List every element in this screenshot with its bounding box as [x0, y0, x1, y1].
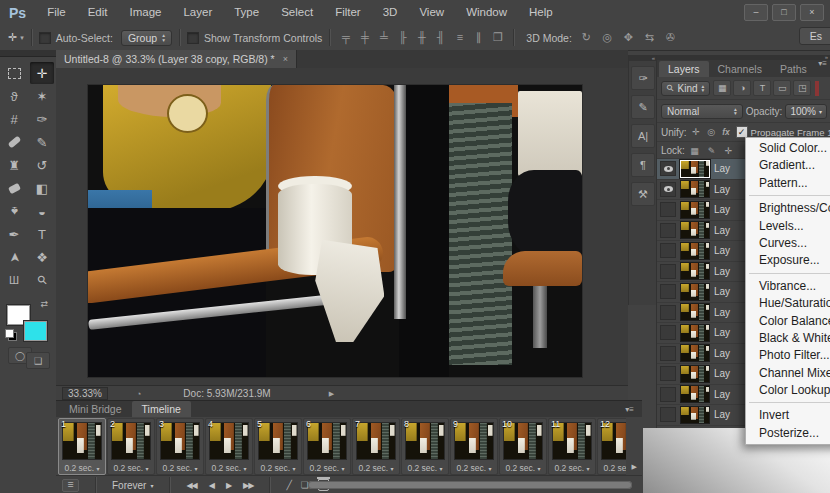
frame-delay-dropdown[interactable]: 0.2 sec. ▾: [206, 463, 252, 473]
context-menu-item[interactable]: Color Lookup...: [746, 382, 830, 399]
frames-scroll-right-icon[interactable]: ▶: [632, 463, 637, 471]
spot-healing-brush-tool[interactable]: [2, 131, 26, 153]
frame-delay-dropdown[interactable]: 0.2 sec. ▾: [59, 463, 105, 473]
paragraph-panel-icon[interactable]: ¶: [631, 153, 655, 177]
timeline-panel-menu-icon[interactable]: ▾≡: [625, 405, 634, 414]
visibility-toggle[interactable]: [660, 182, 676, 197]
tab-channels[interactable]: Channels: [709, 61, 771, 77]
context-menu-item[interactable]: Pattern...: [746, 175, 830, 192]
3d-slide-icon[interactable]: ⇆: [641, 31, 658, 44]
path-selection-tool[interactable]: ➤: [2, 246, 26, 268]
context-menu-item[interactable]: Curves...: [746, 235, 830, 252]
frame-delay-dropdown[interactable]: 0.2 sec. ▾: [402, 463, 448, 473]
frame-delay-dropdown[interactable]: 0.2 sec. ▾: [500, 463, 546, 473]
animation-frame[interactable]: 10 0.2 sec. ▾: [499, 418, 547, 475]
next-frame-button[interactable]: ▶▶: [243, 481, 253, 490]
gradient-tool[interactable]: ◧: [30, 177, 54, 199]
status-menu-arrow-icon[interactable]: ▶: [329, 390, 334, 398]
zoom-level-field[interactable]: 33.33%: [62, 387, 108, 400]
tools-panel-grip[interactable]: [0, 50, 56, 57]
tab-mini-bridge[interactable]: Mini Bridge: [59, 401, 132, 417]
frame-delay-dropdown[interactable]: 0.2 sec. ▾: [598, 463, 626, 473]
lock-transparency-icon[interactable]: ▦: [688, 146, 701, 156]
convert-to-video-timeline-button[interactable]: ☰: [62, 479, 79, 492]
hand-tool[interactable]: Ш: [2, 269, 26, 291]
menu-item-filter[interactable]: Filter: [324, 0, 372, 25]
menu-item-type[interactable]: Type: [223, 0, 270, 25]
distribute-vertical-icon[interactable]: ≡: [451, 31, 468, 44]
animation-frame[interactable]: 11 0.2 sec. ▾: [548, 418, 596, 475]
menu-item-select[interactable]: Select: [270, 0, 324, 25]
frame-delay-dropdown[interactable]: 0.2 sec. ▾: [451, 463, 497, 473]
close-tab-icon[interactable]: ×: [283, 54, 288, 64]
align-bottom-edges-icon[interactable]: ╧: [375, 31, 392, 44]
opacity-dropdown[interactable]: 100% ▾: [785, 104, 827, 119]
menu-item-edit[interactable]: Edit: [77, 0, 119, 25]
filtering-toggle[interactable]: [815, 81, 819, 96]
tween-button[interactable]: ╱: [286, 480, 291, 490]
frame-delay-dropdown[interactable]: 0.2 sec. ▾: [304, 463, 350, 473]
move-tool[interactable]: ✛: [30, 62, 54, 84]
minimize-button[interactable]: –: [744, 4, 768, 21]
close-button[interactable]: ×: [800, 4, 824, 21]
visibility-toggle[interactable]: [660, 325, 676, 340]
visibility-toggle[interactable]: [660, 202, 676, 217]
menu-item-file[interactable]: File: [36, 0, 77, 25]
3d-roll-icon[interactable]: ◎: [599, 31, 616, 44]
document-size-info[interactable]: Doc: 5.93M/231.9M: [183, 388, 270, 399]
pen-tool[interactable]: ✒: [2, 223, 26, 245]
context-menu-item[interactable]: [749, 273, 830, 274]
visibility-toggle[interactable]: [660, 284, 676, 299]
document-tab[interactable]: Untitled-8 @ 33.3% (Layer 38 copy, RGB/8…: [56, 50, 297, 68]
canvas-area[interactable]: [56, 68, 628, 385]
animation-frame[interactable]: 1 0.2 sec. ▾: [58, 418, 106, 475]
animation-frame[interactable]: 9 0.2 sec. ▾: [450, 418, 498, 475]
clone-stamp-tool[interactable]: ♜: [2, 154, 26, 176]
lasso-tool[interactable]: ϑ: [2, 85, 26, 107]
3d-camera-icon[interactable]: ✇: [662, 31, 679, 44]
frame-delay-dropdown[interactable]: 0.2 sec. ▾: [108, 463, 154, 473]
animation-frame[interactable]: 3 0.2 sec. ▾: [156, 418, 204, 475]
menu-item-help[interactable]: Help: [518, 0, 564, 25]
type-layer-filter-icon[interactable]: T: [753, 80, 771, 96]
eraser-tool[interactable]: [2, 177, 26, 199]
visibility-toggle[interactable]: [660, 305, 676, 320]
context-menu-item[interactable]: Photo Filter...: [746, 347, 830, 364]
distribute-horizontal-icon[interactable]: ∥: [470, 31, 487, 44]
align-left-edges-icon[interactable]: ╟: [394, 31, 411, 44]
lock-position-icon[interactable]: ✛: [722, 146, 735, 156]
visibility-toggle[interactable]: [660, 407, 676, 422]
context-menu-item[interactable]: Black & White...: [746, 330, 830, 347]
animation-frame[interactable]: 12 0.2 sec. ▾: [597, 418, 626, 475]
menu-item-3d[interactable]: 3D: [372, 0, 409, 25]
maximize-button[interactable]: □: [772, 4, 796, 21]
first-frame-button[interactable]: ◀◀: [186, 481, 196, 490]
3d-rotate-icon[interactable]: ↻: [578, 31, 595, 44]
brush-presets-panel-icon[interactable]: ✎: [631, 95, 655, 119]
brush-tool[interactable]: ✎: [30, 131, 54, 153]
zoom-tool[interactable]: ⚲: [30, 269, 54, 291]
context-menu-item[interactable]: [749, 195, 830, 196]
context-menu-item[interactable]: Posterize...: [746, 425, 830, 442]
visibility-toggle[interactable]: [660, 366, 676, 381]
layers-panel-menu-icon[interactable]: ▾≡: [818, 59, 827, 68]
horizontal-type-tool[interactable]: T: [30, 223, 54, 245]
background-color-swatch[interactable]: [24, 321, 47, 341]
animation-frame[interactable]: 4 0.2 sec. ▾: [205, 418, 253, 475]
history-brush-tool[interactable]: ↺: [30, 154, 54, 176]
adjustment-layer-filter-icon[interactable]: ◑: [733, 80, 751, 96]
animation-frame[interactable]: 5 0.2 sec. ▾: [254, 418, 302, 475]
menu-item-layer[interactable]: Layer: [172, 0, 223, 25]
timeline-scrollbar[interactable]: [308, 481, 632, 489]
brush-panel-icon[interactable]: ✑: [631, 66, 655, 90]
unify-visibility-icon[interactable]: ◎: [705, 127, 718, 137]
tool-preset-picker[interactable]: ✛ ▾: [8, 31, 24, 44]
menu-item-image[interactable]: Image: [118, 0, 172, 25]
pixel-layer-filter-icon[interactable]: ▦: [713, 80, 731, 96]
eyedropper-tool[interactable]: ✑: [30, 108, 54, 130]
visibility-toggle[interactable]: [660, 243, 676, 258]
crop-tool[interactable]: #: [2, 108, 26, 130]
align-horizontal-centers-icon[interactable]: ╫: [413, 31, 430, 44]
context-menu-item[interactable]: Exposure...: [746, 252, 830, 269]
context-menu-item[interactable]: Invert: [746, 407, 830, 424]
